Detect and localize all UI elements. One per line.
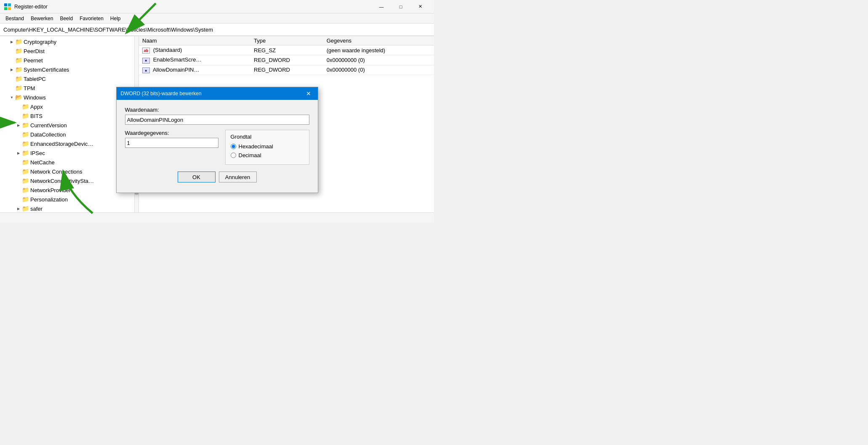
reg-data-0: (geen waarde ingesteld) — [323, 46, 434, 55]
cancel-button[interactable]: Annuleren — [219, 172, 257, 182]
folder-icon-networkconn2: 📁 — [22, 177, 29, 184]
expand-arrow-peernet — [8, 57, 15, 64]
tree-label-enhancedstorage: EnhancedStorageDevic… — [30, 141, 93, 147]
tree-item-networkconn2[interactable]: 📁 NetworkConnectivitySta… — [0, 176, 134, 185]
tree-item-tabletpc[interactable]: 📁 TabletPC — [0, 74, 134, 83]
expand-arrow-networkconnections — [15, 168, 22, 175]
folder-icon-tpm: 📁 — [15, 85, 22, 91]
folder-icon-peerdist: 📁 — [15, 48, 22, 54]
reg-name-1: ■ EnableSmartScre… — [139, 55, 250, 65]
radio-hex-text: Hexadecimaal — [239, 143, 273, 150]
expand-arrow-bits — [15, 113, 22, 119]
menu-favorieten[interactable]: Favorieten — [76, 15, 107, 22]
tree-label-tpm: TPM — [24, 85, 35, 91]
tree-item-ipsec[interactable]: ▶ 📁 IPSec — [0, 148, 134, 158]
value-data-input[interactable] — [125, 138, 218, 148]
expand-arrow-tabletpc — [8, 75, 15, 82]
main-content: ▶ 📁 Cryptography 📁 PeerDist 📁 Peernet ▶ … — [0, 36, 434, 212]
folder-icon-systemcerts: 📁 — [15, 66, 22, 73]
dialog-title-bar: DWORD (32 bits)-waarde bewerken ✕ — [117, 87, 318, 100]
table-row[interactable]: ■ AllowDomainPIN… REG_DWORD 0x00000000 (… — [139, 65, 434, 75]
reg-type-0: REG_SZ — [250, 46, 323, 55]
folder-icon-peernet: 📁 — [15, 57, 22, 64]
value-name-label: Waardenaam: — [125, 107, 309, 113]
table-row[interactable]: ■ EnableSmartScre… REG_DWORD 0x00000000 … — [139, 55, 434, 65]
radio-hex-label[interactable]: Hexadecimaal — [231, 143, 304, 150]
tree-label-bits: BITS — [30, 113, 43, 119]
svg-rect-2 — [4, 7, 7, 10]
reg-type-2: REG_DWORD — [250, 65, 323, 75]
folder-icon-bits: 📁 — [22, 113, 29, 119]
tree-item-bits[interactable]: 📁 BITS — [0, 111, 134, 121]
tree-item-datacollection[interactable]: 📁 DataCollection — [0, 130, 134, 139]
tree-item-tpm[interactable]: 📁 TPM — [0, 83, 134, 93]
tree-item-networkconnections[interactable]: 📁 Network Connections — [0, 167, 134, 176]
tree-item-networkprovider[interactable]: 📁 NetworkProvider — [0, 185, 134, 195]
dialog-buttons: OK Annuleren — [125, 172, 309, 186]
tree-item-systemcerts[interactable]: ▶ 📁 SystemCertificates — [0, 65, 134, 74]
tree-item-safer[interactable]: ▶ 📁 safer — [0, 204, 134, 212]
expand-arrow-safer: ▶ — [15, 205, 22, 212]
reg-type-1: REG_DWORD — [250, 55, 323, 65]
expand-arrow-networkprovider — [15, 187, 22, 193]
expand-arrow-enhancedstorage — [15, 140, 22, 147]
expand-arrow-peerdist — [8, 48, 15, 54]
expand-arrow-cryptography: ▶ — [8, 38, 15, 45]
radio-hex-input[interactable] — [231, 144, 236, 149]
tree-item-netcache[interactable]: 📁 NetCache — [0, 158, 134, 167]
expand-arrow-personalization — [15, 196, 22, 203]
col-naam: Naam — [139, 36, 250, 46]
ok-button[interactable]: OK — [178, 172, 216, 182]
close-button[interactable]: ✕ — [410, 0, 430, 13]
reg-name-2: ■ AllowDomainPIN… — [139, 65, 250, 75]
dialog-col-value: Waardegegevens: — [125, 130, 218, 165]
col-gegevens: Gegevens — [323, 36, 434, 46]
folder-icon-safer: 📁 — [22, 205, 29, 212]
expand-arrow-networkconn2 — [15, 177, 22, 184]
tree-label-cryptography: Cryptography — [24, 39, 56, 45]
app-icon — [4, 3, 11, 10]
folder-icon-windows: 📂 — [15, 94, 22, 101]
window-title: Register-editor — [14, 4, 372, 10]
tree-item-peerdist[interactable]: 📁 PeerDist — [0, 46, 134, 56]
dialog-title-text: DWORD (32 bits)-waarde bewerken — [121, 91, 202, 97]
svg-rect-1 — [8, 3, 11, 6]
reg-data-2: 0x00000000 (0) — [323, 65, 434, 75]
minimize-button[interactable]: — — [372, 0, 391, 13]
menu-bestand[interactable]: Bestand — [2, 15, 27, 22]
tree-panel[interactable]: ▶ 📁 Cryptography 📁 PeerDist 📁 Peernet ▶ … — [0, 36, 135, 212]
dialog-dword-edit: DWORD (32 bits)-waarde bewerken ✕ Waarde… — [116, 87, 318, 193]
tree-label-peerdist: PeerDist — [24, 48, 45, 54]
expand-arrow-systemcerts: ▶ — [8, 66, 15, 73]
tree-item-windows[interactable]: ▼ 📂 Windows — [0, 93, 134, 102]
radio-dec-input[interactable] — [231, 153, 236, 158]
dialog-body: Waardenaam: Waardegegevens: Grondtal Hex… — [117, 100, 318, 193]
address-input[interactable] — [3, 27, 431, 33]
tree-item-cryptography[interactable]: ▶ 📁 Cryptography — [0, 37, 134, 46]
title-bar: Register-editor — □ ✕ — [0, 0, 434, 13]
status-bar — [0, 212, 434, 222]
reg-name-0: ab (Standaard) — [139, 46, 250, 55]
address-bar — [0, 24, 434, 36]
tree-item-personalization[interactable]: 📁 Personalization — [0, 195, 134, 204]
folder-icon-personalization: 📁 — [22, 196, 29, 203]
value-data-label: Waardegegevens: — [125, 130, 218, 136]
window-controls: — □ ✕ — [372, 0, 430, 13]
maximize-button[interactable]: □ — [391, 0, 410, 13]
value-name-input[interactable] — [125, 115, 309, 125]
menu-beeld[interactable]: Beeld — [56, 15, 76, 22]
dialog-close-button[interactable]: ✕ — [304, 88, 314, 99]
tree-item-enhancedstorage[interactable]: 📁 EnhancedStorageDevic… — [0, 139, 134, 148]
tree-item-peernet[interactable]: 📁 Peernet — [0, 56, 134, 65]
base-label: Grondtal — [231, 134, 304, 140]
menu-help[interactable]: Help — [107, 15, 124, 22]
folder-icon-appx: 📁 — [22, 103, 29, 110]
tree-item-appx[interactable]: 📁 Appx — [0, 102, 134, 111]
menu-bewerken[interactable]: Bewerken — [27, 15, 56, 22]
folder-icon-enhancedstorage: 📁 — [22, 140, 29, 147]
table-row[interactable]: ab (Standaard) REG_SZ (geen waarde inges… — [139, 46, 434, 55]
tree-item-currentversion[interactable]: ▶ 📁 CurrentVersion — [0, 121, 134, 130]
radio-dec-text: Decimaal — [239, 152, 261, 158]
folder-icon-tabletpc: 📁 — [15, 75, 22, 82]
radio-dec-label[interactable]: Decimaal — [231, 152, 304, 158]
